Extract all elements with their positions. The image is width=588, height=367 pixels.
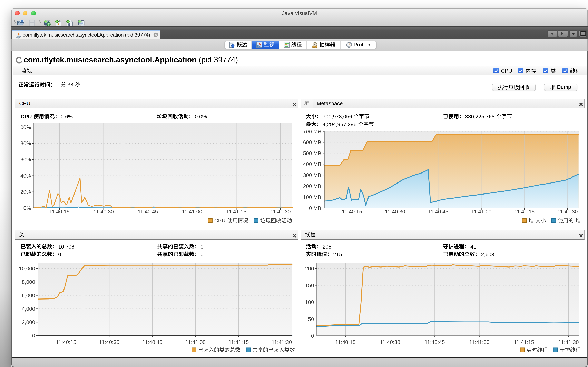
svg-text:i: i	[232, 44, 233, 47]
